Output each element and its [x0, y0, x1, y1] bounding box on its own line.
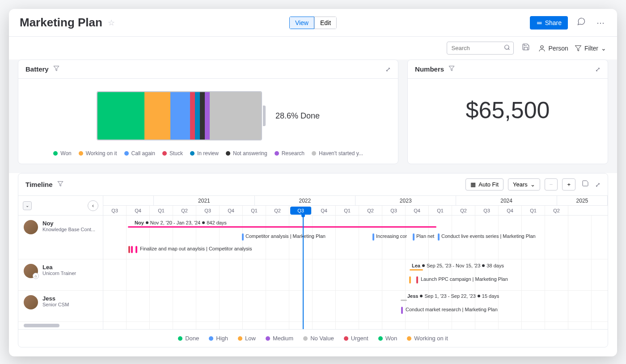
- quarter-cell[interactable]: Q3: [475, 206, 499, 215]
- quarter-cell[interactable]: Q4: [220, 206, 243, 215]
- svg-marker-5: [449, 66, 454, 71]
- quarter-cell[interactable]: Q1: [336, 206, 359, 215]
- quarter-cell[interactable]: Q2: [266, 206, 289, 215]
- year-cell: 2025: [557, 196, 608, 205]
- task-bar[interactable]: [410, 269, 423, 271]
- battery-chart: [97, 91, 262, 140]
- scale-select[interactable]: Years ⌄: [508, 178, 540, 190]
- activity-icon[interactable]: [575, 15, 588, 30]
- task-label: Finalize and map out anaylsis | Competit…: [140, 246, 252, 251]
- quarter-cell[interactable]: Q1: [522, 206, 545, 215]
- quarter-cell[interactable]: Q1: [429, 206, 452, 215]
- quarter-cell[interactable]: Q2: [545, 206, 568, 215]
- filter-icon[interactable]: [448, 65, 455, 73]
- quarter-cell[interactable]: Q3: [196, 206, 220, 215]
- task-marker[interactable]: [413, 233, 415, 241]
- share-button[interactable]: ⩸ Share: [530, 16, 568, 30]
- export-icon[interactable]: [580, 178, 591, 191]
- battery-segment: [195, 92, 200, 140]
- row-days: 842 days: [207, 220, 227, 225]
- quarter-cell[interactable]: Q2: [173, 206, 196, 215]
- edit-button[interactable]: Edit: [314, 17, 337, 29]
- task-bar[interactable]: [401, 300, 407, 301]
- legend-dot-icon: [303, 336, 308, 341]
- task-marker[interactable]: [416, 276, 418, 284]
- nav-prev-button[interactable]: ‹: [88, 200, 98, 211]
- task-label: Competitor analysis | Marketing Plan: [245, 233, 326, 239]
- task-marker[interactable]: [409, 276, 411, 284]
- task-marker[interactable]: [135, 246, 137, 253]
- task-marker[interactable]: [242, 233, 244, 241]
- expand-icon[interactable]: ⤢: [385, 66, 391, 73]
- collapse-button[interactable]: ⌄: [23, 201, 32, 210]
- person-row[interactable]: ⌂LeaUnicorn Trainer: [18, 259, 103, 291]
- person-row[interactable]: JessSenior CSM: [18, 291, 103, 322]
- legend-dot-icon: [378, 336, 383, 341]
- task-marker[interactable]: [372, 233, 374, 241]
- quarter-cell[interactable]: Q2: [359, 206, 382, 215]
- person-name: Jess: [42, 295, 69, 302]
- legend-item: Medium: [266, 335, 293, 342]
- expand-icon[interactable]: ⤢: [595, 66, 601, 73]
- person-row[interactable]: NoyKnowledge Base Cont...: [18, 216, 103, 259]
- star-icon[interactable]: ☆: [108, 18, 115, 28]
- timeline-legend: DoneHighLowMediumNo ValueUrgentWonWorkin…: [18, 329, 608, 347]
- legend-label: Medium: [273, 335, 293, 342]
- quarter-cell[interactable]: Q4: [127, 206, 150, 215]
- auto-fit-button[interactable]: ▦ Auto Fit: [465, 178, 503, 190]
- expand-icon[interactable]: ⤢: [595, 181, 601, 188]
- battery-segment: [205, 92, 210, 140]
- filter-button[interactable]: Filter ⌄: [575, 45, 606, 52]
- year-cell: 2024: [456, 196, 557, 205]
- save-icon[interactable]: [520, 41, 532, 55]
- legend-dot-icon: [190, 151, 195, 156]
- gantt-rows: Noy Nov 2, '20 - Jan 23, '24 842 days Co…: [103, 216, 608, 322]
- quarter-cell[interactable]: Q1: [150, 206, 173, 215]
- search-input[interactable]: [447, 42, 514, 55]
- avatar: [24, 295, 38, 309]
- more-icon[interactable]: ⋯: [595, 16, 606, 30]
- task-marker[interactable]: [131, 246, 133, 253]
- quarter-cell[interactable]: Q3: [382, 206, 406, 215]
- filter-icon[interactable]: [57, 181, 63, 188]
- filter-icon: [575, 45, 582, 52]
- year-cell: 2023: [355, 196, 456, 205]
- legend-item: Haven't started y...: [312, 150, 363, 157]
- task-bar[interactable]: [128, 226, 436, 228]
- legend-dot-icon: [162, 151, 167, 156]
- person-filter[interactable]: Person: [538, 44, 568, 52]
- task-marker[interactable]: [401, 307, 403, 314]
- battery-legend: WonWorking on itCall againStuckIn review…: [18, 144, 398, 164]
- person-role: Knowledge Base Cont...: [42, 227, 95, 232]
- quarter-cell[interactable]: Q4: [499, 206, 522, 215]
- quarter-cell[interactable]: Q1: [243, 206, 266, 215]
- task-label: Conduct market research | Marketing Plan: [406, 307, 498, 312]
- battery-header: Battery ⤢: [18, 60, 398, 79]
- task-marker[interactable]: [128, 246, 130, 253]
- quarter-cell[interactable]: Q3: [290, 207, 312, 215]
- person-label: Person: [549, 45, 568, 52]
- gantt-row-lea: Lea Sep 25, '23 - Nov 15, '23 38 days La…: [103, 259, 608, 291]
- view-edit-toggle: View Edit: [289, 17, 337, 29]
- filter-icon[interactable]: [53, 65, 59, 73]
- quarter-cell[interactable]: Q3: [103, 206, 127, 215]
- zoom-in-button[interactable]: +: [562, 178, 575, 190]
- legend-label: Working on it: [86, 150, 117, 157]
- row-range: Nov 2, '20 - Jan 23, '24: [150, 220, 200, 225]
- legend-item: Urgent: [344, 335, 368, 342]
- year-cell: 2022: [255, 196, 355, 205]
- legend-item: High: [209, 335, 228, 342]
- quarter-cell[interactable]: Q2: [452, 206, 475, 215]
- legend-label: Haven't started y...: [319, 150, 363, 157]
- task-marker[interactable]: [438, 233, 440, 241]
- h-scrollbar[interactable]: [24, 324, 59, 327]
- zoom-out-button[interactable]: −: [545, 178, 558, 190]
- quarter-cell[interactable]: Q4: [313, 206, 336, 215]
- view-button[interactable]: View: [289, 17, 314, 29]
- gantt-left: ⌄ ‹ NoyKnowledge Base Cont...⌂LeaUnicorn…: [18, 196, 103, 329]
- quarter-cell[interactable]: Q4: [406, 206, 429, 215]
- row-name: Noy: [135, 220, 144, 225]
- quarter-row: Q3Q4Q1Q2Q3Q4Q1Q2Q3Q4Q1Q2Q3Q4Q1Q2Q3Q4Q1Q2: [103, 206, 608, 216]
- filter-label: Filter: [584, 45, 598, 52]
- today-line: [303, 215, 304, 329]
